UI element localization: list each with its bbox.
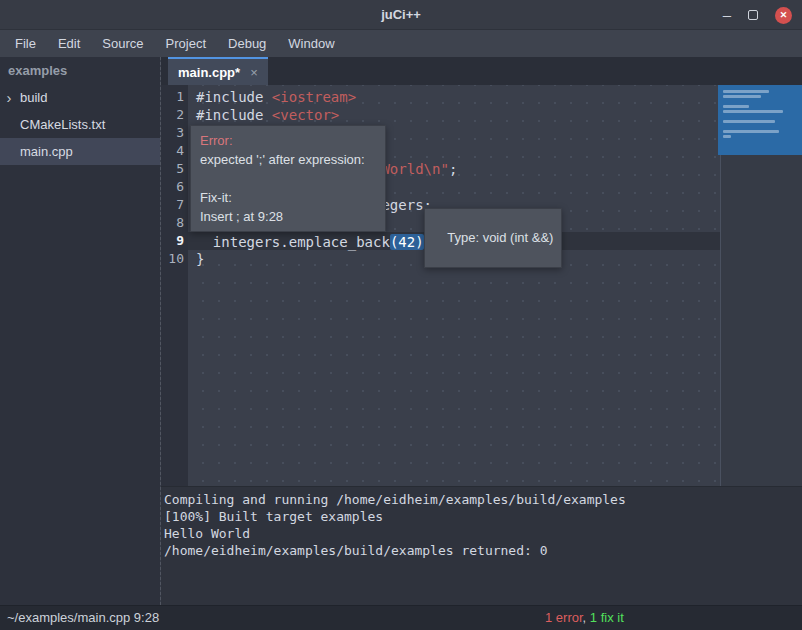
minimap-line: [723, 135, 731, 138]
code-line: #include <iostream>: [196, 88, 356, 106]
tooltip-line: [200, 169, 376, 188]
status-bar: ~/examples/main.cpp 9:28 1 error, 1 fix …: [0, 605, 802, 630]
juci-window: juCi++ – ✕ FileEditSourceProjectDebugWin…: [0, 0, 802, 630]
line-number: 9: [161, 232, 184, 250]
diagnostic-tooltip-body: Error:expected ';' after expression: Fix…: [200, 131, 376, 226]
close-icon[interactable]: ✕: [775, 7, 792, 24]
minimap-line: [723, 105, 749, 108]
tab-main-cpp[interactable]: main.cpp* ×: [168, 57, 268, 85]
code-text: <iostream>: [272, 89, 356, 105]
file-tree-panel[interactable]: examples ›buildCMakeLists.txtmain.cpp: [0, 57, 160, 605]
tab-label: main.cpp*: [178, 65, 240, 80]
code-text: integers.emplace_back: [196, 234, 390, 250]
code-text: ;: [449, 161, 457, 177]
minimap-lines: [723, 90, 802, 138]
tooltip-line: Insert ; at 9:28: [200, 207, 376, 226]
output-line: /home/eidheim/examples/build/examples re…: [164, 542, 802, 559]
maximize-icon[interactable]: [748, 10, 758, 20]
cursor-location: ~/examples/main.cpp 9:28: [7, 606, 159, 630]
line-number: 4: [161, 142, 184, 160]
menu-item-project[interactable]: Project: [155, 30, 217, 57]
line-number: 6: [161, 178, 184, 196]
project-root-label: examples: [0, 57, 160, 84]
tab-close-icon[interactable]: ×: [250, 65, 258, 80]
menu-item-edit[interactable]: Edit: [47, 30, 91, 57]
tree-item-main.cpp[interactable]: main.cpp: [0, 138, 160, 165]
line-number: 1: [161, 88, 184, 106]
file-tree: ›buildCMakeLists.txtmain.cpp: [0, 84, 160, 165]
diagnostic-tooltip: Error:expected ';' after expression: Fix…: [190, 125, 386, 232]
menu-item-window[interactable]: Window: [277, 30, 345, 57]
tree-item-build[interactable]: ›build: [0, 84, 160, 111]
line-number: 7: [161, 196, 184, 214]
tooltip-line: Fix-it:: [200, 188, 376, 207]
type-tooltip-text: Type: void (int &&): [447, 230, 553, 245]
output-line: Hello World: [164, 525, 802, 542]
pane-divider[interactable]: [160, 57, 161, 605]
code-text: }: [196, 251, 204, 267]
code-text: #include: [196, 107, 272, 123]
diagnostics-separator: ,: [583, 610, 590, 625]
minimize-icon[interactable]: –: [723, 10, 731, 20]
tab-bar: main.cpp* ×: [161, 57, 802, 85]
code-text: <vector>: [272, 107, 339, 123]
error-count: 1 error: [545, 610, 583, 625]
close-glyph: ✕: [780, 10, 788, 20]
menu-bar: FileEditSourceProjectDebugWindow: [0, 30, 802, 57]
output-panel[interactable]: Compiling and running /home/eidheim/exam…: [161, 486, 802, 605]
menu-item-debug[interactable]: Debug: [217, 30, 277, 57]
menu-item-file[interactable]: File: [4, 30, 47, 57]
fixit-count: 1 fix it: [590, 610, 624, 625]
type-tooltip: Type: void (int &&): [424, 208, 562, 268]
window-title: juCi++: [0, 0, 802, 30]
tree-item-label: main.cpp: [20, 138, 73, 165]
minimap-line: [723, 120, 775, 123]
tooltip-line: Error:: [200, 131, 376, 150]
tree-item-label: CMakeLists.txt: [20, 111, 105, 138]
output-line: [100%] Built target examples: [164, 508, 802, 525]
line-number: 3: [161, 124, 184, 142]
window-controls: – ✕: [723, 0, 792, 30]
minimap-line: [723, 95, 761, 98]
code-line: #include <vector>: [196, 106, 339, 124]
code-text: (42): [390, 234, 424, 250]
tooltip-line: expected ';' after expression:: [200, 150, 376, 169]
chevron-right-icon: ›: [0, 84, 18, 111]
output-line: Compiling and running /home/eidheim/exam…: [164, 491, 802, 508]
titlebar[interactable]: juCi++ – ✕: [0, 0, 802, 30]
tree-item-label: build: [20, 84, 47, 111]
minimap[interactable]: [718, 85, 802, 155]
tree-item-cmakelists.txt[interactable]: CMakeLists.txt: [0, 111, 160, 138]
line-number: 10: [161, 250, 184, 268]
line-number: 5: [161, 160, 184, 178]
code-line: integers.emplace_back(42): [196, 232, 426, 250]
output-lines: Compiling and running /home/eidheim/exam…: [164, 491, 802, 559]
line-number: 2: [161, 106, 184, 124]
minimap-line: [723, 90, 769, 93]
minimap-line: [723, 110, 783, 113]
menu-item-source[interactable]: Source: [91, 30, 154, 57]
code-text: #include: [196, 89, 272, 105]
line-number: 8: [161, 214, 184, 232]
diagnostics-summary: 1 error, 1 fix it: [545, 606, 624, 630]
code-line: }: [196, 250, 204, 268]
minimap-line: [723, 130, 779, 133]
